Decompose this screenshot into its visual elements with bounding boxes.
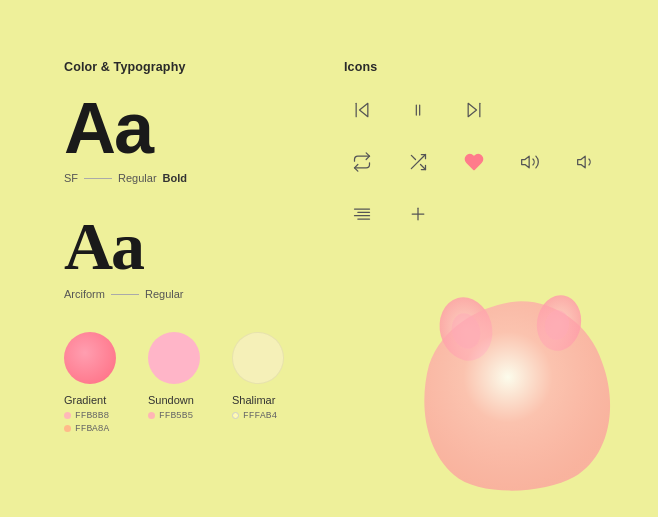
sundown-dot1 bbox=[148, 412, 155, 419]
gradient-dot1 bbox=[64, 412, 71, 419]
right-panel: Icons bbox=[344, 60, 604, 477]
add-icon[interactable] bbox=[400, 196, 436, 232]
shalimar-dot1 bbox=[232, 412, 239, 419]
sundown-swatch[interactable] bbox=[148, 332, 200, 384]
sf-weight-bold: Bold bbox=[163, 172, 187, 184]
color-sundown: Sundown FFB5B5 bbox=[148, 332, 200, 436]
section-title-typography: Color & Typography bbox=[64, 60, 284, 74]
svg-marker-4 bbox=[468, 103, 476, 116]
sf-font-meta: SF Regular Bold bbox=[64, 172, 284, 184]
empty-r3c4 bbox=[512, 196, 548, 232]
icons-grid bbox=[344, 92, 604, 232]
shuffle-icon[interactable] bbox=[400, 144, 436, 180]
sf-weight-regular: Regular bbox=[118, 172, 157, 184]
repeat-icon[interactable] bbox=[344, 144, 380, 180]
skip-back-icon[interactable] bbox=[344, 92, 380, 128]
arciform-weight-regular: Regular bbox=[145, 288, 184, 300]
main-container: Color & Typography Aa SF Regular Bold Aa… bbox=[0, 0, 658, 517]
list-icon[interactable] bbox=[344, 196, 380, 232]
shalimar-label: Shalimar bbox=[232, 394, 275, 406]
sundown-label: Sundown bbox=[148, 394, 194, 406]
arciform-font-meta: Arciform Regular bbox=[64, 288, 284, 300]
gradient-swatch[interactable] bbox=[64, 332, 116, 384]
empty-r1c5 bbox=[568, 92, 604, 128]
svg-marker-10 bbox=[578, 156, 586, 168]
gradient-hex2-row: FFBA8A bbox=[64, 423, 109, 434]
color-gradient: Gradient FFB8B8 FFBA8A bbox=[64, 332, 116, 436]
heart-icon[interactable] bbox=[456, 144, 492, 180]
arciform-divider bbox=[111, 294, 139, 295]
gradient-hex1: FFB8B8 bbox=[75, 410, 109, 421]
sf-font-name: SF bbox=[64, 172, 78, 184]
gradient-hex1-row: FFB8B8 bbox=[64, 410, 109, 421]
arciform-font-display: Aa bbox=[64, 212, 284, 280]
sf-divider bbox=[84, 178, 112, 179]
svg-marker-9 bbox=[522, 156, 530, 168]
pause-icon[interactable] bbox=[400, 92, 436, 128]
sundown-hex1: FFB5B5 bbox=[159, 410, 193, 421]
shalimar-hex1-row: FFFAB4 bbox=[232, 410, 277, 421]
color-shalimar: Shalimar FFFAB4 bbox=[232, 332, 284, 436]
gradient-dot2 bbox=[64, 425, 71, 432]
shalimar-swatch[interactable] bbox=[232, 332, 284, 384]
empty-r3c5 bbox=[568, 196, 604, 232]
svg-marker-0 bbox=[360, 103, 368, 116]
skip-forward-icon[interactable] bbox=[456, 92, 492, 128]
svg-line-7 bbox=[421, 165, 426, 170]
arciform-font-name: Arciform bbox=[64, 288, 105, 300]
sundown-hex1-row: FFB5B5 bbox=[148, 410, 193, 421]
svg-line-8 bbox=[411, 155, 415, 159]
gradient-label: Gradient bbox=[64, 394, 106, 406]
empty-r3c3 bbox=[456, 196, 492, 232]
volume-icon[interactable] bbox=[512, 144, 548, 180]
section-title-icons: Icons bbox=[344, 60, 604, 74]
gradient-hex2: FFBA8A bbox=[75, 423, 109, 434]
shalimar-hex1: FFFAB4 bbox=[243, 410, 277, 421]
left-panel: Color & Typography Aa SF Regular Bold Aa… bbox=[64, 60, 284, 477]
empty-r1c4 bbox=[512, 92, 548, 128]
blob-illustration bbox=[404, 287, 624, 497]
colors-section: Gradient FFB8B8 FFBA8A Sundown FFB5B5 bbox=[64, 332, 284, 436]
volume-down-icon[interactable] bbox=[568, 144, 604, 180]
sf-font-display: Aa bbox=[64, 92, 284, 164]
